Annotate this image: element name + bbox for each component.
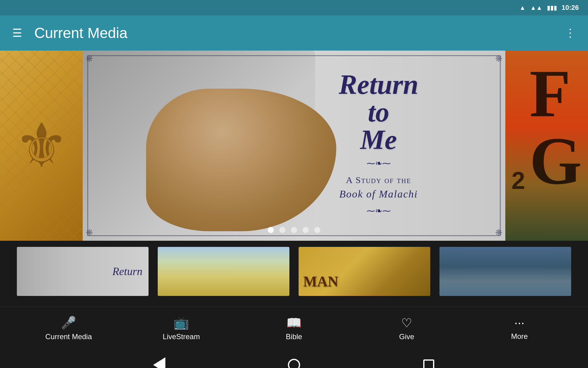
- carousel-dot-1[interactable]: [268, 227, 274, 233]
- back-triangle-icon: [153, 357, 165, 368]
- current-media-label: Current Media: [45, 332, 92, 341]
- give-label: Give: [399, 332, 414, 341]
- recent-square-icon: [423, 359, 434, 368]
- android-recent-button[interactable]: [421, 357, 436, 368]
- nav-item-bible[interactable]: 📖 Bible: [263, 316, 325, 341]
- wifi-icon: ▲: [519, 4, 526, 11]
- thumbnail-1-text: Return: [112, 265, 142, 278]
- corner-tr: ❋: [495, 54, 502, 64]
- more-label: More: [511, 332, 528, 341]
- thumbnail-3[interactable]: MAN: [299, 247, 430, 296]
- carousel-right-card[interactable]: FG 2: [505, 51, 588, 241]
- right-number: 2: [511, 167, 525, 195]
- status-bar: ▲ ▲▲ ▮▮▮ 10:26: [0, 0, 588, 15]
- carousel-subtitle: A Study of the Book of Malachi: [273, 173, 484, 201]
- carousel-text-area: ReturntoMe ⁓❧⁓ A Study of the Book of Ma…: [273, 71, 484, 220]
- carousel-subtitle-line2: Book of Malachi: [339, 188, 418, 200]
- livestream-icon: 📺: [174, 316, 189, 330]
- nav-item-current-media[interactable]: 🎤 Current Media: [38, 316, 99, 341]
- nav-item-more[interactable]: ··· More: [489, 316, 550, 341]
- carousel-left-card[interactable]: ⚜: [0, 51, 83, 241]
- right-letter: FG: [530, 60, 582, 195]
- thumbnail-1-inner: Return: [17, 247, 149, 296]
- more-icon: ···: [514, 316, 524, 330]
- android-home-button[interactable]: [286, 357, 302, 368]
- thumbnail-4-inner: [439, 247, 571, 296]
- android-nav-bar: [0, 350, 588, 368]
- carousel-dot-2[interactable]: [279, 227, 285, 233]
- corner-br: ❋: [495, 228, 502, 238]
- home-circle-icon: [288, 359, 300, 368]
- give-icon: ♡: [401, 316, 412, 330]
- bottom-nav: 🎤 Current Media 📺 LiveStream 📖 Bible ♡ G…: [0, 307, 588, 350]
- battery-icon: ▮▮▮: [547, 4, 557, 11]
- thumbnail-2-inner: [158, 247, 289, 296]
- thumbnails-section: Return MAN: [0, 241, 588, 307]
- livestream-label: LiveStream: [163, 332, 200, 341]
- page-title: Current Media: [34, 25, 565, 41]
- thumbnail-2[interactable]: [158, 247, 289, 296]
- carousel-section[interactable]: ⚜ ❋ ❋ ❋ ❋ ReturntoMe ⁓❧⁓ A Study of the …: [0, 51, 588, 241]
- nav-item-livestream[interactable]: 📺 LiveStream: [151, 316, 212, 341]
- thumbnail-1[interactable]: Return: [17, 247, 149, 296]
- carousel-dots: [268, 227, 320, 233]
- corner-tl: ❋: [86, 54, 93, 64]
- carousel-dot-3[interactable]: [291, 227, 297, 233]
- carousel-main-title: ReturntoMe: [273, 71, 484, 154]
- carousel-main-card[interactable]: ❋ ❋ ❋ ❋ ReturntoMe ⁓❧⁓ A Study of the Bo…: [83, 51, 505, 241]
- carousel-dot-4[interactable]: [303, 227, 309, 233]
- signal-icon: ▲▲: [530, 4, 542, 11]
- menu-icon[interactable]: ☰: [12, 27, 22, 40]
- android-back-button[interactable]: [152, 357, 167, 368]
- more-options-icon[interactable]: ⋮: [565, 27, 576, 40]
- carousel-subtitle-line1: A Study of the: [346, 175, 411, 185]
- status-time: 10:26: [562, 4, 579, 12]
- carousel-divider: ⁓❧⁓: [273, 158, 484, 168]
- current-media-icon: 🎤: [61, 316, 76, 330]
- bible-icon: 📖: [286, 316, 302, 330]
- app-bar: ☰ Current Media ⋮: [0, 15, 588, 51]
- thumbnail-4[interactable]: [439, 247, 571, 296]
- left-card-icon: ⚜: [14, 115, 69, 176]
- corner-bl: ❋: [86, 228, 93, 238]
- nav-item-give[interactable]: ♡ Give: [376, 316, 437, 341]
- carousel-dot-5[interactable]: [314, 227, 320, 233]
- thumbnail-3-text: MAN: [303, 273, 338, 290]
- bible-label: Bible: [286, 332, 302, 341]
- carousel-divider-bottom: ⁓❧⁓: [273, 206, 484, 216]
